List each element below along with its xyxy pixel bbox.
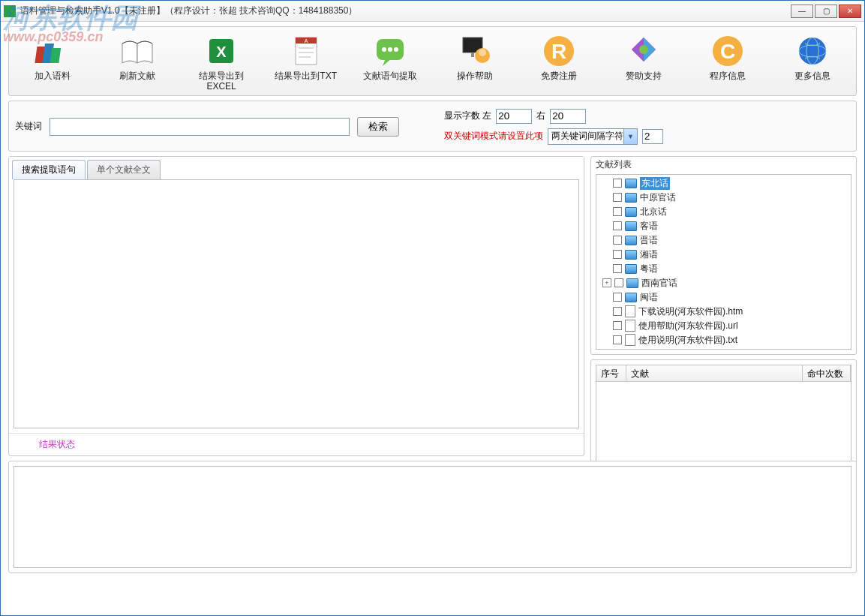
doclist-title: 文献列表 [591, 157, 856, 173]
toolbar: 加入语料刷新文献X结果导出到 EXCELA结果导出到TXT文献语句提取操作帮助R… [8, 26, 857, 96]
keyword-input[interactable] [50, 118, 350, 136]
tree-folder[interactable]: 粤语 [598, 262, 849, 276]
chevron-down-icon: ▼ [623, 129, 637, 144]
checkbox[interactable] [613, 250, 622, 259]
toolbar-books[interactable]: 加入语料 [12, 32, 93, 94]
search-button[interactable]: 检索 [357, 117, 399, 137]
search-panel: 关键词 检索 显示字数 左 右 双关键词模式请设置此项 两关键词间隔字符数 ▼ [8, 101, 857, 152]
tree-item-label: 下载说明(河东软件园).htm [638, 305, 743, 318]
doclist-panel: 文献列表 东北话中原官话北京话客语晋语湘语粤语+西南官话闽语下载说明(河东软件园… [590, 156, 857, 355]
bottom-textarea[interactable] [14, 466, 851, 568]
svg-point-21 [639, 45, 648, 54]
left-chars-input[interactable] [496, 109, 532, 124]
tree-item-label: 北京话 [640, 206, 667, 218]
checkbox[interactable] [613, 293, 622, 302]
tab-full-text[interactable]: 单个文献全文 [87, 160, 161, 179]
separator-select[interactable]: 两关键词间隔字符数 ▼ [548, 128, 638, 145]
toolbar-speech-bubble[interactable]: 文献语句提取 [350, 32, 431, 94]
tree-folder[interactable]: 湘语 [598, 248, 849, 262]
file-icon [625, 320, 635, 332]
toolbar-open-book[interactable]: 刷新文献 [97, 32, 178, 94]
folder-icon [625, 193, 637, 203]
toolbar-label: 加入语料 [35, 71, 71, 81]
close-button[interactable]: ✕ [839, 5, 861, 18]
toolbar-register[interactable]: R免费注册 [518, 32, 599, 94]
status-label: 结果状态 [9, 433, 584, 455]
separator-select-value: 两关键词间隔字符数 [551, 130, 632, 143]
svg-point-14 [394, 47, 398, 52]
toolbar-help-person[interactable]: 操作帮助 [434, 32, 515, 94]
checkbox[interactable] [613, 264, 622, 273]
file-icon [625, 334, 635, 346]
tree-file[interactable]: 使用帮助(河东软件园).url [598, 319, 849, 333]
checkbox[interactable] [613, 307, 622, 316]
toolbar-excel[interactable]: X结果导出到 EXCEL [181, 32, 262, 94]
col-index[interactable]: 序号 [596, 365, 626, 381]
svg-point-13 [388, 47, 392, 52]
folder-icon [626, 278, 638, 288]
svg-point-12 [382, 47, 386, 52]
tree-folder[interactable]: 客语 [598, 219, 849, 233]
toolbar-label: 结果导出到 EXCEL [199, 71, 244, 92]
right-label: 右 [536, 110, 545, 122]
dual-mode-label: 双关键词模式请设置此项 [444, 130, 543, 143]
window-controls: — ▢ ✕ [791, 5, 861, 18]
folder-icon [625, 207, 637, 217]
result-tabs: 搜索提取语句 单个文献全文 [9, 157, 584, 179]
separator-value-input[interactable] [642, 129, 663, 144]
tree-folder[interactable]: 晋语 [598, 233, 849, 248]
file-icon [625, 305, 635, 317]
maximize-button[interactable]: ▢ [815, 5, 837, 18]
tree-item-label: 西南官话 [641, 277, 677, 290]
support-icon [626, 33, 662, 69]
tree-folder[interactable]: 中原官话 [598, 191, 849, 205]
svg-point-18 [479, 49, 486, 56]
checkbox[interactable] [613, 207, 622, 216]
checkbox[interactable] [613, 335, 622, 344]
toolbar-globe[interactable]: 更多信息 [772, 32, 853, 94]
checkbox[interactable] [614, 278, 623, 287]
tree-file[interactable]: 使用说明(河东软件园).txt [598, 333, 849, 347]
toolbar-support[interactable]: 赞助支持 [603, 32, 684, 94]
tab-search-extract[interactable]: 搜索提取语句 [12, 160, 86, 179]
toolbar-txt[interactable]: A结果导出到TXT [266, 32, 347, 94]
checkbox[interactable] [613, 321, 622, 330]
keyword-label: 关键词 [15, 120, 42, 133]
toolbar-info[interactable]: C程序信息 [687, 32, 768, 94]
col-document[interactable]: 文献 [626, 365, 803, 381]
toolbar-label: 更多信息 [794, 71, 830, 81]
tree-file[interactable]: 下载说明(河东软件园).htm [598, 305, 849, 319]
checkbox[interactable] [613, 179, 622, 188]
svg-point-24 [799, 38, 826, 65]
globe-icon [794, 33, 830, 69]
col-hits[interactable]: 命中次数 [803, 365, 851, 381]
tree-folder[interactable]: +西南官话 [598, 276, 849, 290]
expand-icon[interactable]: + [602, 278, 611, 287]
display-char-label: 显示字数 左 [444, 110, 491, 122]
window-title: 语料管理与检索助手V1.0【未注册】（程序设计：张超 技术咨询QQ：148418… [20, 5, 791, 17]
tree-item-label: 客语 [640, 220, 658, 233]
tree-item-label: 闽语 [640, 291, 658, 304]
folder-icon [625, 236, 637, 245]
checkbox[interactable] [613, 221, 622, 230]
titlebar: 语料管理与检索助手V1.0【未注册】（程序设计：张超 技术咨询QQ：148418… [1, 1, 864, 22]
tree-folder[interactable]: 闽语 [598, 290, 849, 305]
register-icon: R [541, 33, 577, 69]
toolbar-label: 文献语句提取 [363, 71, 417, 81]
right-chars-input[interactable] [550, 109, 586, 124]
tree-item-label: 中原官话 [640, 191, 676, 204]
folder-icon [625, 250, 637, 260]
document-tree[interactable]: 东北话中原官话北京话客语晋语湘语粤语+西南官话闽语下载说明(河东软件园).htm… [596, 174, 851, 350]
tree-folder[interactable]: 北京话 [598, 205, 849, 219]
toolbar-label: 免费注册 [541, 71, 577, 81]
result-textarea[interactable] [14, 179, 579, 428]
toolbar-label: 刷新文献 [119, 71, 155, 81]
tree-item-label: 使用帮助(河东软件园).url [638, 320, 738, 332]
svg-text:R: R [551, 40, 566, 63]
checkbox[interactable] [613, 236, 622, 245]
checkbox[interactable] [613, 193, 622, 202]
folder-icon [625, 179, 637, 188]
tree-folder[interactable]: 东北话 [598, 176, 849, 191]
svg-text:X: X [216, 44, 227, 60]
minimize-button[interactable]: — [791, 5, 813, 18]
